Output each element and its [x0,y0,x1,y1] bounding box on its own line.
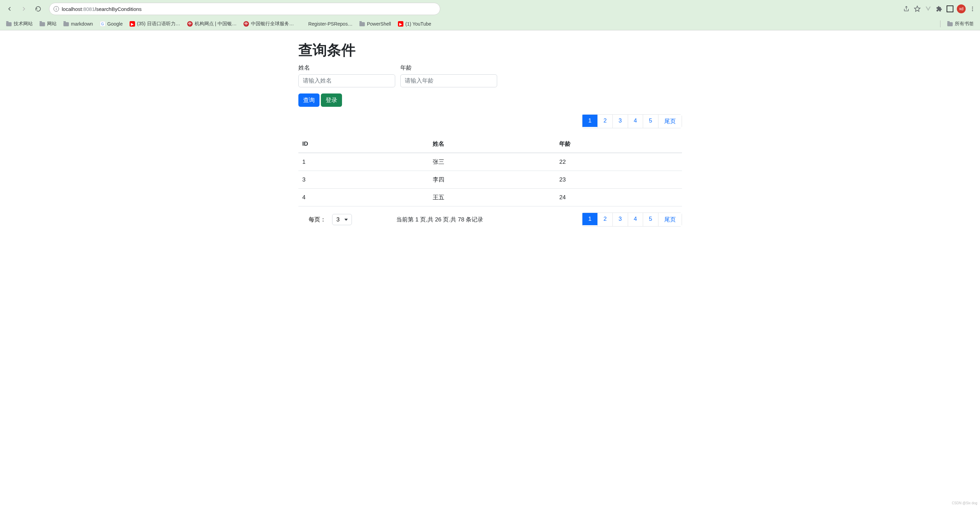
page-info-text: 当前第 1 页,共 26 页.共 78 条记录 [325,216,555,223]
table-header-row: ID 姓名 年龄 [298,135,682,153]
pagination-bottom: 12345尾页 [582,212,682,226]
page-link[interactable]: 2 [598,213,612,225]
results-table: ID 姓名 年龄 1张三223李四234王五24 [298,135,682,206]
age-input[interactable] [400,74,497,87]
browser-chrome: i localhost:8081/searchByConditions xd [0,0,980,30]
bookmark-label: 技术网站 [14,21,33,27]
bookmark-label: Google [107,21,123,27]
page-item[interactable]: 2 [597,212,613,226]
page-item[interactable]: 1 [582,212,597,226]
bookmark-bar: 技术网站网站markdownGGoogle▶(35) 日语口语听力…中机构网点 … [0,18,980,30]
table-row: 1张三22 [298,153,682,171]
col-id: ID [298,135,429,153]
bookmark-item[interactable]: GGoogle [98,20,125,28]
page-item[interactable]: 1 [582,114,597,128]
table-row: 3李四23 [298,171,682,189]
table-footer: 每页： 3 当前第 1 页,共 26 页.共 78 条记录 12345尾页 [298,212,682,226]
page-item[interactable]: 2 [597,114,613,128]
query-button[interactable]: 查询 [298,94,320,107]
bookmark-label: 所有书签 [955,21,974,27]
search-form: 姓名 年龄 [298,64,682,87]
bookmark-label: 网站 [47,21,57,27]
bookmark-label: (35) 日语口语听力… [137,21,180,27]
page-link[interactable]: 4 [628,115,643,127]
folder-icon [40,22,45,26]
microsoft-icon [301,21,306,27]
page-link[interactable]: 尾页 [659,115,682,128]
login-button[interactable]: 登录 [321,94,342,107]
url-text: localhost:8081/searchByConditions [62,6,142,12]
per-page-label: 每页： [309,216,326,223]
reload-button[interactable] [32,3,45,15]
folder-icon [947,22,953,26]
bookmark-item[interactable]: 中机构网点 | 中国银… [185,19,239,28]
bookmark-item[interactable]: PowerShell [357,20,393,28]
page-link[interactable]: 2 [598,115,612,127]
page-item[interactable]: 5 [643,212,658,226]
bookmark-label: PowerShell [367,21,391,27]
cell-name: 王五 [429,189,555,206]
col-age: 年龄 [555,135,682,153]
page-link[interactable]: 3 [613,115,627,127]
svg-point-3 [972,8,973,10]
youtube-icon: ▶ [398,21,403,27]
page-link[interactable]: 5 [643,115,658,127]
cell-id: 1 [298,153,429,171]
cell-age: 22 [555,153,682,171]
page-link[interactable]: 5 [643,213,658,225]
cell-name: 李四 [429,171,555,189]
cell-name: 张三 [429,153,555,171]
cell-id: 4 [298,189,429,206]
page-link[interactable]: 尾页 [659,213,682,226]
page-link[interactable]: 1 [582,115,597,127]
page-link[interactable]: 3 [613,213,627,225]
cell-id: 3 [298,171,429,189]
svg-marker-1 [915,6,920,11]
all-bookmarks[interactable]: 所有书签 [945,19,976,28]
page-last[interactable]: 尾页 [658,114,682,128]
bookmark-item[interactable]: Register-PSRepos… [299,20,355,28]
address-bar[interactable]: i localhost:8081/searchByConditions [49,3,440,15]
sidepanel-icon[interactable] [946,5,954,13]
name-input[interactable] [298,74,395,87]
name-label: 姓名 [298,64,395,72]
svg-point-4 [972,10,973,11]
page-item[interactable]: 4 [628,212,643,226]
page-item[interactable]: 3 [612,114,628,128]
youtube-icon: ▶ [130,21,135,27]
page-link[interactable]: 1 [582,213,597,225]
table-row: 4王五24 [298,189,682,206]
folder-icon [360,22,365,26]
site-info-icon[interactable]: i [54,6,59,11]
menu-icon[interactable] [969,5,977,13]
bookmark-item[interactable]: markdown [61,20,95,28]
page-item[interactable]: 3 [612,212,628,226]
bookmark-item[interactable]: ▶(1) YouTube [396,20,433,28]
vue-extension-icon[interactable] [924,5,932,13]
page-link[interactable]: 4 [628,213,643,225]
google-icon: G [100,21,105,27]
folder-icon [64,22,69,26]
back-button[interactable] [3,3,16,15]
bookmark-item[interactable]: 网站 [38,19,59,28]
bookmark-label: (1) YouTube [406,21,431,27]
bookmark-item[interactable]: 中中国银行全球服务… [242,19,296,28]
bookmark-star-icon[interactable] [913,5,921,13]
bookmark-label: 机构网点 | 中国银… [195,21,237,27]
page-last[interactable]: 尾页 [658,212,682,226]
page-item[interactable]: 4 [628,114,643,128]
forward-button[interactable] [18,3,30,15]
browser-toolbar: i localhost:8081/searchByConditions xd [0,0,980,18]
bookmark-item[interactable]: ▶(35) 日语口语听力… [127,19,183,28]
bookmark-item[interactable]: 技术网站 [4,19,35,28]
page-item[interactable]: 5 [643,114,658,128]
cell-age: 23 [555,171,682,189]
age-label: 年龄 [400,64,497,72]
boc-icon: 中 [243,21,249,27]
share-icon[interactable] [902,5,910,13]
pagination-top: 12345尾页 [298,114,682,128]
bookmark-label: markdown [71,21,93,27]
profile-avatar[interactable]: xd [957,5,966,13]
bookmark-label: 中国银行全球服务… [251,21,294,27]
extensions-icon[interactable] [935,5,943,13]
